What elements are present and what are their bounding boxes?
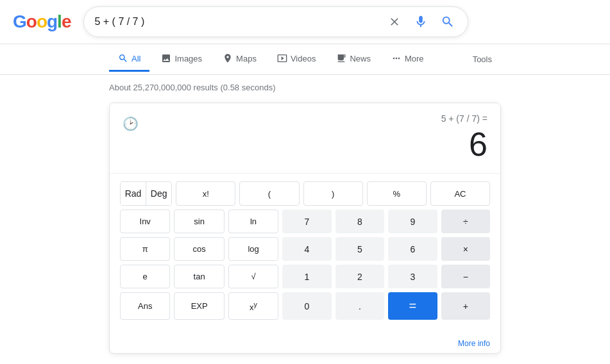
map-nav-icon: [223, 53, 233, 63]
tools-label: Tools: [473, 54, 492, 64]
rad-deg-toggle: Rad Deg: [120, 181, 172, 206]
calc-buttons-area: Rad Deg x! ( ) % AC Inv sin ln 7 8 9 ÷: [110, 174, 500, 334]
3-button[interactable]: 3: [388, 265, 437, 288]
voice-search-button[interactable]: [411, 12, 430, 31]
search-button[interactable]: [438, 12, 457, 31]
deg-button[interactable]: Deg: [146, 182, 171, 205]
calc-result: 6: [441, 126, 487, 163]
ln-button[interactable]: ln: [228, 210, 278, 233]
nav-images-label: Images: [174, 54, 202, 63]
equals-button[interactable]: =: [388, 292, 437, 320]
results-section: About 25,270,000,000 results (0.58 secon…: [0, 75, 610, 361]
divide-button[interactable]: ÷: [441, 210, 490, 233]
history-icon[interactable]: 🕑: [123, 116, 139, 131]
sin-button[interactable]: sin: [174, 210, 224, 233]
e-button[interactable]: e: [120, 265, 170, 288]
nav-item-maps[interactable]: Maps: [214, 47, 266, 72]
percent-button[interactable]: %: [367, 181, 427, 206]
nav-item-more[interactable]: More: [382, 47, 433, 72]
calc-expression: 5 + (7 / 7) =: [441, 113, 487, 124]
calc-row-4: e tan √ 1 2 3 −: [120, 265, 490, 288]
search-actions: [385, 12, 457, 31]
calc-row-1: Rad Deg x! ( ) % AC: [120, 181, 490, 206]
results-count: About 25,270,000,000 results (0.58 secon…: [109, 83, 501, 92]
more-info-link[interactable]: More info: [110, 334, 500, 353]
header: Google 5 + ( 7 / 7 ): [0, 0, 610, 44]
nav-more-label: More: [405, 54, 424, 63]
close-icon: [388, 15, 401, 28]
exp-button[interactable]: EXP: [174, 292, 224, 320]
0-button[interactable]: 0: [282, 292, 331, 320]
log-button[interactable]: log: [228, 237, 278, 261]
nav-item-all[interactable]: All: [109, 47, 149, 72]
5-button[interactable]: 5: [335, 237, 384, 261]
ans-button[interactable]: Ans: [120, 292, 170, 320]
search-input[interactable]: 5 + ( 7 / 7 ): [94, 16, 379, 28]
8-button[interactable]: 8: [335, 210, 384, 233]
clear-button[interactable]: [385, 13, 403, 31]
plus-button[interactable]: +: [441, 292, 490, 320]
nav-videos-label: Videos: [291, 54, 316, 63]
nav-item-videos[interactable]: Videos: [268, 47, 325, 72]
news-nav-icon: [336, 53, 346, 63]
search-bar: 5 + ( 7 / 7 ): [83, 6, 468, 37]
inv-button[interactable]: Inv: [120, 210, 170, 233]
pi-button[interactable]: π: [120, 237, 170, 261]
nav-all-label: All: [131, 54, 140, 63]
1-button[interactable]: 1: [282, 265, 331, 288]
microphone-icon: [414, 15, 428, 29]
nav-bar: All Images Maps Videos News: [0, 44, 610, 75]
rad-button[interactable]: Rad: [121, 182, 146, 205]
more-nav-icon: [391, 53, 402, 63]
image-nav-icon: [161, 53, 171, 63]
calc-row-2: Inv sin ln 7 8 9 ÷: [120, 210, 490, 233]
search-nav-icon: [118, 53, 128, 63]
xy-button[interactable]: xy: [228, 292, 278, 320]
nav-maps-label: Maps: [236, 54, 257, 63]
video-nav-icon: [277, 53, 287, 63]
sqrt-button[interactable]: √: [228, 265, 278, 288]
4-button[interactable]: 4: [282, 237, 331, 261]
cos-button[interactable]: cos: [174, 237, 224, 261]
calculator-widget: 🕑 5 + (7 / 7) = 6 Rad Deg x! ( ) % AC: [109, 103, 501, 354]
calc-result-area: 5 + (7 / 7) = 6: [441, 113, 487, 163]
search-icon: [441, 15, 455, 29]
7-button[interactable]: 7: [282, 210, 331, 233]
calc-display: 🕑 5 + (7 / 7) = 6: [110, 103, 500, 174]
tools-button[interactable]: Tools: [464, 48, 501, 70]
calc-row-3: π cos log 4 5 6 ×: [120, 237, 490, 261]
2-button[interactable]: 2: [335, 265, 384, 288]
close-paren-button[interactable]: ): [303, 181, 363, 206]
6-button[interactable]: 6: [388, 237, 437, 261]
9-button[interactable]: 9: [388, 210, 437, 233]
open-paren-button[interactable]: (: [239, 181, 299, 206]
dot-button[interactable]: .: [335, 292, 384, 320]
nav-news-label: News: [350, 54, 371, 63]
tan-button[interactable]: tan: [174, 265, 224, 288]
nav-item-news[interactable]: News: [327, 47, 380, 72]
google-logo[interactable]: Google: [13, 12, 71, 32]
nav-item-images[interactable]: Images: [152, 47, 211, 72]
factorial-button[interactable]: x!: [176, 181, 235, 206]
multiply-button[interactable]: ×: [441, 237, 490, 261]
ac-button[interactable]: AC: [430, 181, 490, 206]
calc-row-5: Ans EXP xy 0 . = +: [120, 292, 490, 320]
minus-button[interactable]: −: [441, 265, 490, 288]
